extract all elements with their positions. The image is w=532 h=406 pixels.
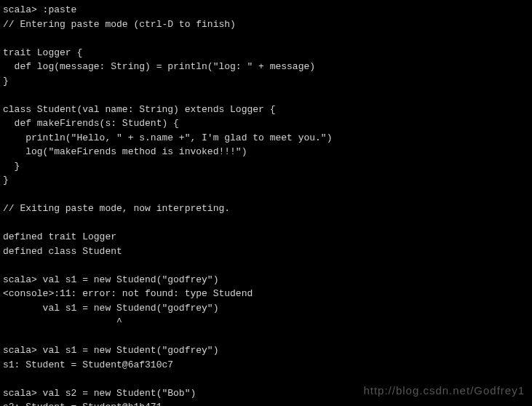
terminal-line: s1: Student = Student@6af310c7 (3, 358, 529, 373)
terminal-line: // Entering paste mode (ctrl-D to finish… (3, 17, 529, 32)
terminal-line: val s1 = new Studend("godfrey") (3, 301, 529, 316)
terminal-line: s2: Student = Student@b1b471 (3, 400, 529, 406)
terminal-line (3, 258, 529, 273)
terminal-line (3, 188, 529, 202)
terminal-line: log("makeFirends method is invoked!!!") (3, 145, 529, 159)
terminal-line: trait Logger { (3, 46, 529, 60)
terminal-line: scala> :paste (3, 3, 529, 17)
terminal-line: // Exiting paste mode, now interpreting. (3, 202, 529, 216)
terminal-line: class Student(val name: String) extends … (3, 103, 529, 117)
terminal-line: defined trait Logger (3, 230, 529, 244)
terminal-line: } (3, 74, 529, 89)
terminal-line: } (3, 159, 529, 174)
terminal-line: scala> val s1 = new Student("godfrey") (3, 343, 529, 358)
terminal-line: def makeFirends(s: Student) { (3, 116, 529, 131)
terminal-line (3, 330, 529, 344)
terminal-line: println("Hello, " + s.name +", I'm glad … (3, 131, 529, 146)
terminal-line: scala> val s1 = new Studend("godfrey") (3, 273, 529, 287)
watermark: http://blog.csdn.net/Godfrey1 (363, 383, 525, 399)
terminal-line (3, 31, 529, 46)
terminal-line: ^ (3, 315, 529, 330)
terminal-line (3, 216, 529, 231)
terminal-line (3, 88, 529, 103)
terminal-output[interactable]: scala> :paste// Entering paste mode (ctr… (3, 3, 529, 406)
terminal-line: } (3, 173, 529, 188)
terminal-line: defined class Student (3, 244, 529, 259)
terminal-line: def log(message: String) = println("log:… (3, 60, 529, 74)
terminal-line: <console>:11: error: not found: type Stu… (3, 287, 529, 301)
